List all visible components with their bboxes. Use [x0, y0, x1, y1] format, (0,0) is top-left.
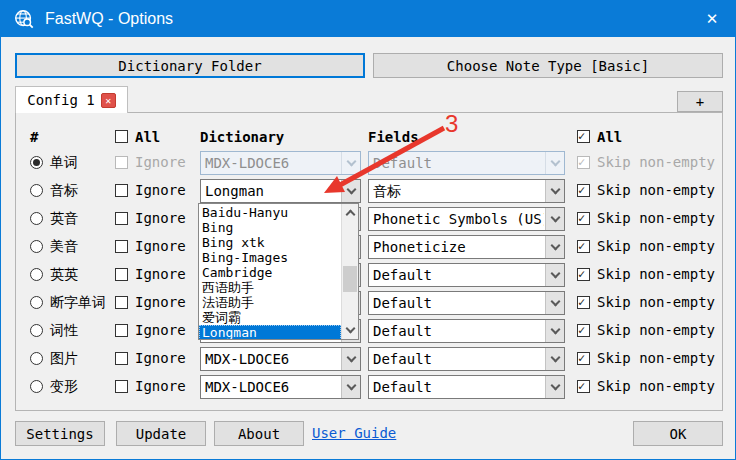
- ignore-checkbox[interactable]: [115, 184, 128, 197]
- scrollbar-thumb[interactable]: [343, 266, 357, 292]
- dropdown-item[interactable]: Longman: [199, 325, 341, 339]
- dictionary-select[interactable]: MDX-LDOCE6: [200, 375, 361, 399]
- row-radio-2[interactable]: [30, 184, 43, 197]
- field-select[interactable]: Default: [368, 375, 565, 399]
- ignore-label: Ignore: [135, 378, 186, 394]
- dictionary-select[interactable]: MDX-LDOCE6: [200, 347, 361, 371]
- row-radio-9[interactable]: [30, 380, 43, 393]
- skip-non-empty-checkbox[interactable]: [577, 240, 590, 253]
- ignore-checkbox[interactable]: [115, 324, 128, 337]
- dropdown-chevron-icon[interactable]: [545, 208, 564, 230]
- field-value: Default: [373, 267, 432, 283]
- dropdown-item[interactable]: Bing: [199, 220, 341, 235]
- skip-non-empty-label: Skip non-empty: [597, 210, 715, 226]
- ignore-checkbox[interactable]: [115, 380, 128, 393]
- skip-non-empty-checkbox[interactable]: [577, 352, 590, 365]
- dropdown-chevron-icon: [341, 152, 360, 174]
- row-radio-5[interactable]: [30, 268, 43, 281]
- ok-button[interactable]: OK: [633, 421, 723, 446]
- dictionary-value: MDX-LDOCE6: [205, 155, 289, 171]
- scroll-down-icon[interactable]: [342, 322, 358, 339]
- column-header-dictionary: Dictionary: [200, 129, 284, 145]
- skip-non-empty-checkbox[interactable]: [577, 296, 590, 309]
- field-select[interactable]: Phonetic Symbols (US): [368, 207, 565, 231]
- row-radio-6[interactable]: [30, 296, 43, 309]
- ignore-label: Ignore: [135, 322, 186, 338]
- dropdown-item[interactable]: Bing xtk: [199, 235, 341, 250]
- skip-non-empty-checkbox[interactable]: [577, 268, 590, 281]
- choose-note-type-button[interactable]: Choose Note Type [Basic]: [373, 53, 723, 78]
- ignore-label: Ignore: [135, 294, 186, 310]
- field-select[interactable]: Default: [368, 263, 565, 287]
- dropdown-items: Baidu-HanyuBingBing xtkBing-ImagesCambri…: [199, 205, 341, 339]
- dropdown-chevron-icon[interactable]: [545, 264, 564, 286]
- dropdown-chevron-icon[interactable]: [545, 236, 564, 258]
- row-radio-7[interactable]: [30, 324, 43, 337]
- field-select[interactable]: Default: [368, 347, 565, 371]
- dropdown-chevron-icon[interactable]: [545, 376, 564, 398]
- ignore-checkbox[interactable]: [115, 268, 128, 281]
- dropdown-chevron-icon[interactable]: [545, 348, 564, 370]
- field-select[interactable]: 音标: [368, 179, 565, 203]
- row-radio-3[interactable]: [30, 212, 43, 225]
- dropdown-item[interactable]: Bing-Images: [199, 250, 341, 265]
- update-button[interactable]: Update: [116, 421, 206, 446]
- dictionary-select[interactable]: Longman: [200, 179, 361, 203]
- dropdown-chevron-icon: [545, 152, 564, 174]
- scroll-up-icon[interactable]: [342, 204, 358, 221]
- skip-non-empty-checkbox[interactable]: [577, 380, 590, 393]
- dropdown-item[interactable]: Baidu-Hanyu: [199, 205, 341, 220]
- all-skip-checkbox[interactable]: [577, 130, 590, 143]
- about-label: About: [238, 426, 280, 442]
- dropdown-item[interactable]: 西语助手: [199, 280, 341, 295]
- row-label: 音标: [50, 182, 78, 200]
- window-close-icon[interactable]: ✕: [689, 1, 735, 37]
- field-select[interactable]: Default: [368, 291, 565, 315]
- ignore-checkbox[interactable]: [115, 212, 128, 225]
- field-value: Phoneticize: [373, 239, 466, 255]
- row-radio-8[interactable]: [30, 352, 43, 365]
- field-select[interactable]: Phoneticize: [368, 235, 565, 259]
- row-radio-4[interactable]: [30, 240, 43, 253]
- all-ignore-checkbox[interactable]: [115, 130, 128, 143]
- ignore-checkbox[interactable]: [115, 240, 128, 253]
- ignore-label: Ignore: [135, 182, 186, 198]
- dictionary-dropdown-list: Baidu-HanyuBingBing xtkBing-ImagesCambri…: [198, 203, 359, 340]
- dropdown-item[interactable]: Cambridge: [199, 265, 341, 280]
- column-header-hash: #: [30, 129, 38, 145]
- dropdown-item[interactable]: 法语助手: [199, 295, 341, 310]
- ignore-label: Ignore: [135, 238, 186, 254]
- dropdown-chevron-icon[interactable]: [545, 320, 564, 342]
- row-label: 图片: [50, 350, 78, 368]
- skip-non-empty-checkbox[interactable]: [577, 184, 590, 197]
- ignore-checkbox[interactable]: [115, 352, 128, 365]
- row-radio-1[interactable]: [30, 156, 43, 169]
- tab-config-1[interactable]: Config 1 ✕: [15, 86, 128, 113]
- dictionary-folder-button[interactable]: Dictionary Folder: [15, 53, 365, 78]
- row-label: 词性: [50, 322, 78, 340]
- user-guide-link[interactable]: User Guide: [312, 425, 396, 441]
- dropdown-chevron-icon[interactable]: [545, 292, 564, 314]
- field-select[interactable]: Default: [368, 319, 565, 343]
- add-config-button[interactable]: +: [677, 91, 723, 112]
- settings-button[interactable]: Settings: [15, 421, 105, 446]
- dictionary-value: Longman: [205, 183, 264, 199]
- field-value: Phonetic Symbols (US): [373, 211, 544, 227]
- row-label: 断字单词: [50, 294, 106, 312]
- dropdown-item[interactable]: 爱词霸: [199, 310, 341, 325]
- skip-non-empty-checkbox[interactable]: [577, 324, 590, 337]
- config-panel: # All Dictionary Fields All 单词IgnoreMDX-…: [15, 112, 723, 411]
- dropdown-chevron-icon[interactable]: [341, 180, 360, 202]
- field-value: Default: [373, 295, 432, 311]
- dropdown-chevron-icon[interactable]: [341, 348, 360, 370]
- dropdown-chevron-icon[interactable]: [341, 376, 360, 398]
- dropdown-scrollbar[interactable]: [341, 204, 358, 339]
- ignore-checkbox[interactable]: [115, 296, 128, 309]
- field-value: Default: [373, 323, 432, 339]
- ignore-label: Ignore: [135, 154, 186, 170]
- about-button[interactable]: About: [214, 421, 304, 446]
- skip-non-empty-label: Skip non-empty: [597, 182, 715, 198]
- skip-non-empty-checkbox[interactable]: [577, 212, 590, 225]
- dropdown-chevron-icon[interactable]: [545, 180, 564, 202]
- tab-close-icon[interactable]: ✕: [101, 93, 116, 108]
